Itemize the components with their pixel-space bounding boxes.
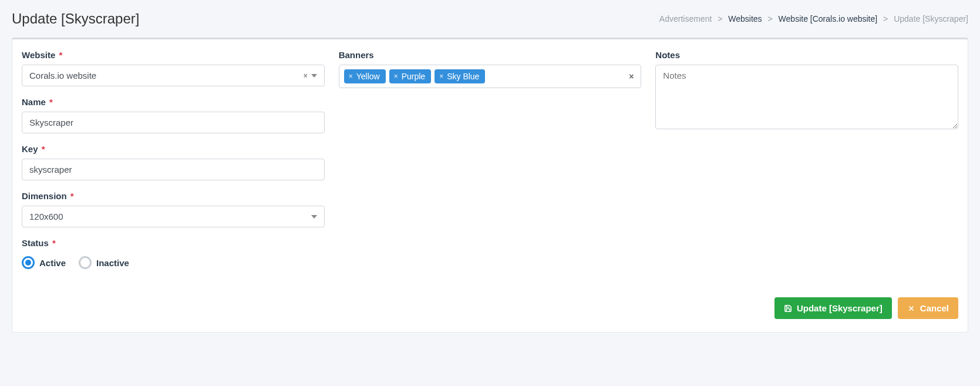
dimension-label: Dimension * bbox=[22, 191, 74, 201]
clear-all-icon[interactable]: × bbox=[627, 72, 636, 81]
radio-checked-icon bbox=[22, 256, 35, 269]
key-input[interactable] bbox=[22, 159, 325, 180]
breadcrumb-item-current: Update [Skyscraper] bbox=[894, 14, 968, 24]
chevron-right-icon: > bbox=[880, 14, 891, 24]
update-button[interactable]: Update [Skyscraper] bbox=[774, 297, 892, 319]
key-label: Key * bbox=[22, 144, 45, 154]
banners-multiselect[interactable]: × Yellow × Purple × Sky Blue bbox=[339, 65, 642, 88]
chevron-down-icon bbox=[311, 74, 317, 78]
notes-label: Notes bbox=[655, 50, 680, 60]
breadcrumb-item-websites[interactable]: Websites bbox=[728, 14, 762, 24]
banner-tag-purple: × Purple bbox=[389, 69, 431, 83]
chevron-right-icon: > bbox=[765, 14, 776, 24]
remove-tag-icon[interactable]: × bbox=[439, 72, 443, 80]
breadcrumb-item-advertisement: Advertisement bbox=[659, 14, 712, 24]
radio-unchecked-icon bbox=[79, 256, 92, 269]
banner-tag-yellow: × Yellow bbox=[344, 69, 386, 83]
page-title: Update [Skyscraper] bbox=[12, 11, 139, 27]
save-icon bbox=[784, 304, 792, 313]
remove-tag-icon[interactable]: × bbox=[394, 72, 398, 80]
status-radio-active[interactable]: Active bbox=[22, 256, 66, 269]
banner-tag-skyblue: × Sky Blue bbox=[435, 69, 485, 83]
website-select-value: Corals.io website bbox=[29, 71, 96, 80]
chevron-down-icon bbox=[311, 215, 317, 219]
clear-icon[interactable]: × bbox=[304, 72, 308, 80]
notes-textarea[interactable] bbox=[655, 65, 958, 129]
form-card: Website * Corals.io website × Name * Key… bbox=[12, 38, 968, 333]
close-icon bbox=[907, 304, 915, 313]
chevron-right-icon: > bbox=[714, 14, 726, 24]
website-label: Website * bbox=[22, 50, 62, 60]
name-input[interactable] bbox=[22, 112, 325, 133]
dimension-select-value: 120x600 bbox=[29, 212, 63, 221]
name-label: Name * bbox=[22, 97, 53, 107]
breadcrumb-item-website-corals[interactable]: Website [Corals.io website] bbox=[779, 14, 878, 24]
dimension-select[interactable]: 120x600 bbox=[22, 206, 325, 227]
cancel-button[interactable]: Cancel bbox=[898, 297, 958, 319]
website-select[interactable]: Corals.io website × bbox=[22, 65, 325, 86]
status-label: Status * bbox=[22, 238, 56, 248]
breadcrumb: Advertisement > Websites > Website [Cora… bbox=[659, 14, 968, 24]
status-radio-inactive[interactable]: Inactive bbox=[79, 256, 129, 269]
remove-tag-icon[interactable]: × bbox=[349, 72, 353, 80]
banners-label: Banners bbox=[339, 50, 374, 60]
